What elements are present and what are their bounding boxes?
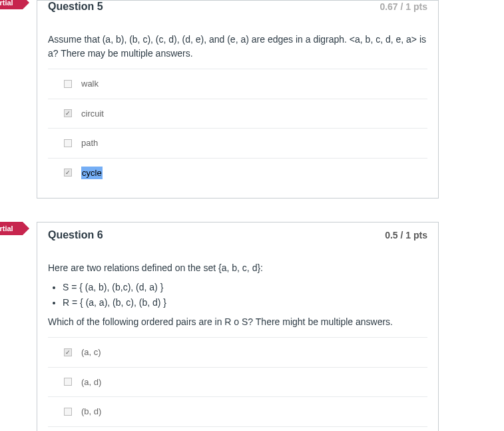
relations-list: S = { (a, b), (b,c), (d, a) } R = { (a, … [48, 280, 427, 310]
answer-label: circuit [81, 107, 104, 121]
answer-label: (a, c) [81, 346, 101, 359]
checkbox-icon [64, 348, 72, 356]
question-prompt: Assume that (a, b), (b, c), (c, d), (d, … [48, 33, 427, 61]
answer-label: walk [81, 77, 99, 91]
answer-label: (a, d) [81, 376, 101, 389]
answer-option[interactable]: circuit [48, 99, 427, 129]
question-title: Question 5 [48, 1, 103, 13]
answer-label: cycle [81, 167, 103, 180]
checkbox-icon [64, 109, 72, 117]
question-points: 0.5 / 1 pts [385, 230, 427, 240]
question-5-block: Partial Question 5 0.67 / 1 pts Assume t… [37, 0, 504, 199]
answer-option[interactable]: cycle [48, 158, 427, 192]
question-6-block: Partial Question 6 0.5 / 1 pts Here are … [37, 222, 504, 431]
checkbox-icon [64, 169, 72, 177]
answers-list: walk circuit path cycle [48, 69, 427, 191]
question-prompt-intro: Here are two relations defined on the se… [48, 261, 427, 275]
question-points: 0.67 / 1 pts [379, 1, 427, 12]
answer-option[interactable]: (b, d) [48, 396, 427, 426]
answer-option[interactable]: (a, d) [48, 367, 427, 397]
question-header: Question 6 0.5 / 1 pts [37, 222, 438, 248]
answer-label: path [81, 137, 98, 150]
question-header: Question 5 0.67 / 1 pts [37, 1, 438, 19]
question-body: Assume that (a, b), (b, c), (c, d), (d, … [37, 19, 438, 198]
answer-option[interactable]: (b, a) [48, 426, 427, 432]
relation-r: R = { (a, a), (b, c), (b, d) } [63, 296, 427, 310]
checkbox-icon [64, 139, 72, 147]
question-card: Question 5 0.67 / 1 pts Assume that (a, … [37, 0, 439, 199]
question-title: Question 6 [48, 229, 103, 241]
answer-option[interactable]: walk [48, 69, 427, 99]
ribbon-label: Partial [0, 224, 13, 233]
answer-label: (b, d) [81, 405, 101, 418]
relation-s: S = { (a, b), (b,c), (d, a) } [63, 280, 427, 294]
answer-option[interactable]: (a, c) [48, 337, 427, 367]
answers-list: (a, c) (a, d) (b, d) (b, a) [48, 337, 427, 431]
answer-option[interactable]: path [48, 128, 427, 158]
checkbox-icon [64, 408, 72, 416]
question-body: Here are two relations defined on the se… [37, 248, 438, 431]
partial-ribbon: Partial [0, 0, 23, 9]
ribbon-label: Partial [0, 0, 13, 7]
checkbox-icon [64, 378, 72, 386]
partial-ribbon: Partial [0, 222, 23, 235]
question-prompt-main: Which of the following ordered pairs are… [48, 315, 427, 329]
checkbox-icon [64, 80, 72, 88]
question-card: Question 6 0.5 / 1 pts Here are two rela… [37, 222, 439, 431]
